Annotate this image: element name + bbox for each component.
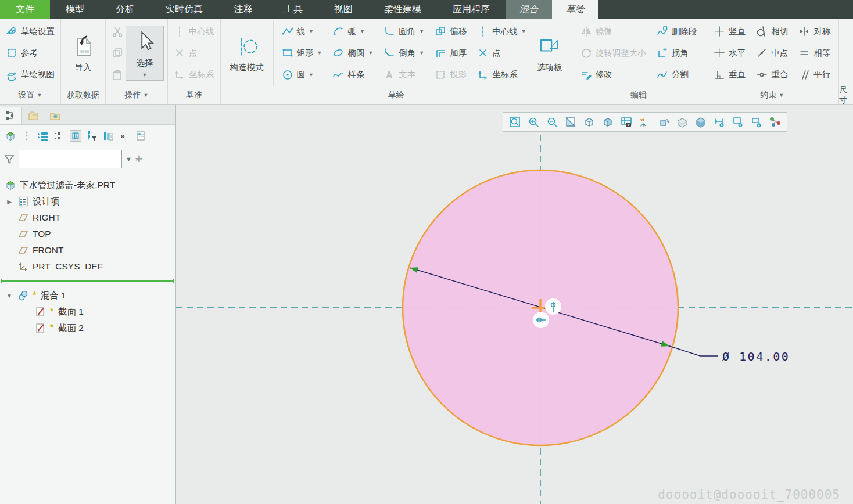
active-model-button[interactable] xyxy=(5,130,16,142)
more-chevron-button[interactable]: » xyxy=(119,130,130,142)
ribbon-button-ellipse[interactable]: 椭圆▼ xyxy=(330,46,375,60)
ribbon-button-modify[interactable]: 修改 xyxy=(578,68,648,82)
dropdown-caret-icon[interactable]: ▼ xyxy=(309,28,314,34)
ribbon-big-button-palette[interactable]: 选项板 xyxy=(531,31,568,75)
enhanced-realism-button[interactable] xyxy=(695,116,707,128)
tab-blend[interactable]: 混合 xyxy=(506,0,552,19)
file-menu-button[interactable]: 文件 xyxy=(0,0,50,19)
ribbon-group-label-constrain[interactable]: 约束▼ xyxy=(705,87,838,104)
ribbon-button-spline[interactable]: 样条 xyxy=(330,68,375,82)
tab-sketch-active[interactable]: 草绘 xyxy=(552,0,598,19)
ribbon-button-point[interactable]: 点 xyxy=(475,46,528,60)
ribbon-button-symmetric[interactable]: 对称 xyxy=(796,24,833,38)
ribbon-big-button-dimension-normal[interactable]: 尺寸 xyxy=(843,31,853,75)
display-style-button[interactable] xyxy=(602,116,614,128)
tree-style-button[interactable] xyxy=(37,130,49,142)
tree-item[interactable]: ▶设计项 xyxy=(0,193,175,210)
diameter-dimension-value[interactable]: Ø 104.00 xyxy=(722,350,790,363)
ribbon-button-divide[interactable]: 分割 xyxy=(654,68,700,82)
ribbon-button-centerline[interactable]: 中心线▼ xyxy=(475,24,528,38)
add-filter-button[interactable]: + xyxy=(135,152,143,167)
repaint-button[interactable] xyxy=(565,116,576,128)
tree-item[interactable]: FRONT xyxy=(0,242,175,258)
collapse-icon[interactable]: ▼ xyxy=(5,293,14,299)
vertical-drag-handle[interactable] xyxy=(545,298,561,315)
search-options-dropdown-icon[interactable]: ▼ xyxy=(126,156,132,163)
dropdown-caret-icon[interactable]: ▼ xyxy=(419,50,424,56)
ribbon-button-vertical[interactable]: 竖直 xyxy=(711,24,748,38)
tree-filters-button[interactable] xyxy=(86,130,98,142)
designate-display-button[interactable] xyxy=(751,116,762,128)
tree-item[interactable]: PRT_CSYS_DEF xyxy=(0,258,175,275)
dropdown-caret-icon[interactable]: ▼ xyxy=(419,28,424,34)
ribbon-button-equal[interactable]: 相等 xyxy=(796,46,833,60)
ribbon-button-references[interactable]: 参考 xyxy=(3,46,57,60)
search-input[interactable] xyxy=(19,154,131,164)
tree-columns-button[interactable] xyxy=(102,130,114,142)
navigator-tab-folder-browser[interactable] xyxy=(22,107,44,124)
navigator-tab-model-tree[interactable] xyxy=(0,107,22,124)
dropdown-caret-icon[interactable]: ▼ xyxy=(144,92,149,98)
filter-funnel-icon[interactable] xyxy=(3,153,15,165)
datum-display-button[interactable]: x/y. xyxy=(639,116,651,128)
dropdown-caret-icon[interactable]: ▼ xyxy=(360,28,365,34)
ribbon-button-rectangle[interactable]: 矩形▼ xyxy=(279,46,325,60)
tree-root-item[interactable]: 下水管过滤盖-老家.PRT xyxy=(0,177,175,193)
tree-item[interactable]: RIGHT xyxy=(0,210,175,226)
menu-tab-7[interactable]: 柔性建模 xyxy=(368,0,437,19)
dropdown-caret-icon[interactable]: ▼ xyxy=(37,92,42,98)
graphics-area[interactable]: Ø 104.00 x/y. dooooit@dooooit_7000005 xyxy=(176,105,853,504)
ribbon-big-button-import[interactable]: 导入 xyxy=(64,31,102,75)
ribbon-button-circle[interactable]: 圆▼ xyxy=(279,68,325,82)
ribbon-big-button-select-cursor[interactable]: 选择▼ xyxy=(126,26,164,81)
ribbon-button-chamfer[interactable]: 倒角▼ xyxy=(381,46,426,60)
ribbon-button-sketch-setup[interactable]: 草绘设置 xyxy=(3,24,57,38)
menu-tab-5[interactable]: 工具 xyxy=(268,0,318,19)
insert-here-indicator[interactable] xyxy=(1,280,174,282)
expand-icon[interactable]: ▶ xyxy=(5,199,14,205)
capture-image-button[interactable] xyxy=(621,116,632,128)
ribbon-button-tangent[interactable]: 相切 xyxy=(754,24,790,38)
dropdown-caret-icon[interactable]: ▼ xyxy=(779,92,784,98)
dropdown-caret-icon[interactable]: ▼ xyxy=(368,50,373,56)
ribbon-button-midpoint[interactable]: 中点 xyxy=(754,46,790,60)
tree-item[interactable]: ▼*混合 1 xyxy=(0,287,175,304)
show-columns-button[interactable] xyxy=(70,130,81,142)
ribbon-button-perpendicular[interactable]: 垂直 xyxy=(711,68,748,82)
menu-tab-1[interactable]: 模型 xyxy=(50,0,100,19)
dropdown-caret-icon[interactable]: ▼ xyxy=(142,72,148,78)
tree-item[interactable]: *截面 2 xyxy=(0,320,175,336)
ribbon-group-label-settings[interactable]: 设置▼ xyxy=(0,87,60,104)
dropdown-caret-icon[interactable]: ▼ xyxy=(317,50,322,56)
ribbon-group-label-operations[interactable]: 操作▼ xyxy=(106,87,167,104)
navigator-tab-favorites[interactable]: ✳ xyxy=(44,107,66,124)
expand-items-button[interactable] xyxy=(53,130,65,142)
saved-views-button[interactable] xyxy=(583,116,595,128)
menu-tab-2[interactable]: 分析 xyxy=(100,0,150,19)
sketcher-display-button[interactable] xyxy=(658,116,669,128)
grab-dots-button[interactable] xyxy=(21,130,33,142)
ribbon-button-coincident[interactable]: 重合 xyxy=(754,68,790,82)
dimension-display-button[interactable] xyxy=(714,116,725,128)
tree-item[interactable]: TOP xyxy=(0,226,175,242)
tree-item[interactable]: *截面 1 xyxy=(0,304,175,320)
ribbon-button-parallel[interactable]: 平行 xyxy=(796,68,833,82)
menu-tab-4[interactable]: 注释 xyxy=(218,0,268,19)
ribbon-button-csys[interactable]: 坐标系 xyxy=(475,68,528,82)
ribbon-button-sketch-view[interactable]: 草绘视图 xyxy=(3,68,57,82)
ribbon-button-offset[interactable]: 偏移 xyxy=(432,24,469,38)
dropdown-caret-icon[interactable]: ▼ xyxy=(521,28,526,34)
horizontal-drag-handle[interactable] xyxy=(533,312,549,328)
menu-tab-6[interactable]: 视图 xyxy=(318,0,368,19)
ribbon-button-fillet[interactable]: 圆角▼ xyxy=(381,24,426,38)
settings-doc-button[interactable] xyxy=(135,130,146,142)
ribbon-button-thicken[interactable]: 加厚 xyxy=(432,46,469,60)
zoom-fit-button[interactable] xyxy=(509,116,521,128)
ribbon-button-corner[interactable]: 拐角 xyxy=(654,46,700,60)
ribbon-big-button-construction-mode[interactable]: 构造模式 xyxy=(224,31,270,75)
section-view-button[interactable] xyxy=(676,116,688,128)
dropdown-caret-icon[interactable]: ▼ xyxy=(309,72,314,78)
ribbon-button-horizontal[interactable]: 水平 xyxy=(711,46,748,60)
ribbon-button-delete-segment[interactable]: 删除段 xyxy=(654,24,700,38)
spin-center-button[interactable] xyxy=(769,116,781,128)
